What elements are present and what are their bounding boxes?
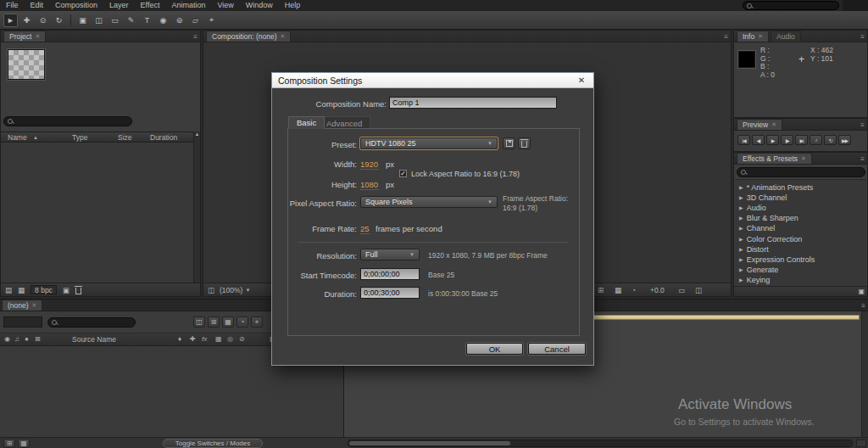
last-frame-button[interactable]: ▶| [795,135,808,145]
collapse-switch-icon[interactable]: ✚ [190,335,196,343]
hide-shy-layers-icon[interactable]: ▦ [222,316,234,328]
effects-category-channel[interactable]: ▶Channel [739,222,775,233]
solo-icon[interactable]: ● [25,335,29,343]
panel-menu-icon[interactable]: ≡ [724,33,728,41]
current-time-field[interactable] [3,316,42,328]
clone-stamp-tool-icon[interactable]: ⊚ [172,14,186,27]
height-value[interactable]: 1080 [360,180,378,190]
tab-project[interactable]: Project ✕ [3,31,46,42]
panel-grid-icon[interactable]: ▣ [858,288,865,295]
start-timecode-input[interactable] [360,268,420,280]
snapshot-icon[interactable]: ◫ [208,286,214,294]
hand-tool-icon[interactable]: ✚ [19,14,34,27]
effects-category-keying[interactable]: ▶Keying [739,274,770,285]
close-icon[interactable]: ✕ [758,33,763,40]
dialog-close-icon[interactable]: ✕ [576,76,587,85]
close-icon[interactable]: ✕ [32,302,37,309]
resolution-dropdown[interactable]: Full ▼ [360,249,420,260]
help-search-field[interactable] [743,1,839,10]
ram-preview-button[interactable]: ▶▶ [838,135,851,145]
eraser-tool-icon[interactable]: ▱ [188,14,203,27]
panel-menu-icon[interactable]: ≡ [860,155,865,163]
frame-blend-switch-icon[interactable]: ▦ [215,335,222,343]
expand-in-out-pane-icon[interactable]: ▦ [18,439,30,448]
duration-input[interactable] [360,287,420,299]
menu-item-help[interactable]: Help [279,0,307,11]
camera-tool-icon[interactable]: ▣ [75,14,90,27]
new-folder-icon[interactable]: ▦ [18,286,25,294]
timeline-vertical-scrollbar[interactable] [861,311,868,437]
audio-toggle-button[interactable]: ♪ [810,135,822,145]
column-size[interactable]: Size [118,133,132,142]
frame-rate-value[interactable]: 25 [360,224,370,234]
grid-guides-icon[interactable]: ⊞ [598,286,604,294]
menu-item-edit[interactable]: Edit [25,0,50,11]
tab-advanced[interactable]: Advanced [318,116,370,129]
3d-switch-icon[interactable]: ⊘ [239,335,245,343]
project-search-input[interactable] [15,117,128,126]
menu-item-file[interactable]: File [0,0,25,11]
expand-layer-pane-icon[interactable]: ⊞ [3,439,15,448]
composition-name-input[interactable] [389,97,557,109]
audio-icon[interactable]: ♫ [14,335,19,343]
menu-item-composition[interactable]: Composition [49,0,103,11]
effects-search-input[interactable] [748,168,861,176]
composition-mini-flowchart-icon[interactable]: ◫ [193,316,205,328]
first-frame-button[interactable]: |◀ [737,135,750,145]
selection-tool-icon[interactable]: ► [3,14,18,27]
draft-3d-icon[interactable]: ⊞ [208,316,220,328]
width-value[interactable]: 1920 [360,160,378,170]
fx-switch-icon[interactable]: fx [202,335,207,343]
magnification-dropdown[interactable]: (100%) ▼ [220,286,250,294]
mask-visibility-icon[interactable]: ▦ [615,286,621,294]
column-duration[interactable]: Duration [150,133,177,142]
tab-composition[interactable]: Composition: (none) ✕ [206,31,291,42]
tab-audio[interactable]: Audio [771,31,801,42]
lock-aspect-label[interactable]: Lock Aspect Ratio to 16:9 (1.78) [411,170,520,178]
menu-item-animation[interactable]: Animation [165,0,211,11]
close-icon[interactable]: ✕ [35,33,40,40]
project-search-field[interactable] [3,116,132,126]
zoom-tool-icon[interactable]: ⊙ [36,14,50,27]
column-type[interactable]: Type [72,133,87,142]
cancel-button[interactable]: Cancel [528,343,586,355]
effects-search-field[interactable] [737,167,865,177]
preset-dropdown[interactable]: HDTV 1080 25 ▼ [360,137,498,149]
play-button[interactable]: ▶ [766,135,779,145]
bpc-button[interactable]: 8 bpc [31,285,57,294]
save-preset-button[interactable] [503,137,515,149]
timeline-search-input[interactable] [59,318,131,327]
timeline-horizontal-scrollbar[interactable] [348,440,853,447]
exposure-value[interactable]: +0.0 [650,286,665,294]
motion-blur-switch-icon[interactable]: ◎ [227,335,233,343]
puppet-tool-icon[interactable]: ⌖ [204,14,219,27]
panel-menu-icon[interactable]: ≡ [860,33,865,41]
menu-item-effect[interactable]: Effect [135,0,166,11]
menu-item-view[interactable]: View [211,0,239,11]
column-name[interactable]: Name [8,133,27,142]
region-of-interest-icon[interactable]: ◔ [632,286,636,294]
close-icon[interactable]: ✕ [771,121,776,128]
next-frame-button[interactable]: |▶ [781,135,793,145]
pixel-aspect-dropdown[interactable]: Square Pixels ▼ [360,196,498,208]
scrollbar-thumb[interactable] [349,441,510,445]
shy-switch-icon[interactable]: ♦ [178,335,181,343]
eye-icon[interactable]: ◉ [4,335,10,343]
fast-preview-icon[interactable]: ◫ [695,286,702,294]
timeline-search-field[interactable] [47,317,136,328]
motion-blur-icon[interactable]: ⌖ [251,316,263,328]
panel-menu-icon[interactable]: ≡ [860,121,865,129]
scroll-up-icon[interactable]: ▲ [194,132,200,137]
loop-toggle-button[interactable]: ↻ [824,135,837,145]
panel-menu-icon[interactable]: ≡ [861,302,865,310]
brush-tool-icon[interactable]: ◉ [156,14,170,27]
trash-icon[interactable] [75,288,81,294]
panel-menu-icon[interactable]: ≡ [193,33,198,41]
app-corner-button[interactable] [843,0,868,11]
pen-tool-icon[interactable]: ✎ [124,14,138,27]
tab-info[interactable]: Info ✕ [737,31,769,42]
project-scrollbar[interactable]: ▲ [193,132,200,283]
close-icon[interactable]: ✕ [801,155,806,162]
frame-blending-icon[interactable]: ◔ [236,316,248,328]
tab-preview[interactable]: Preview ✕ [737,119,782,130]
